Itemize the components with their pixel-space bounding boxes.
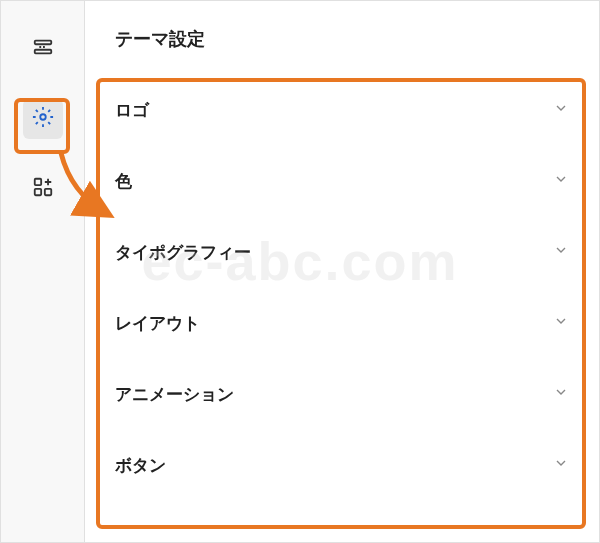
svg-rect-0 [34, 41, 51, 45]
settings-item-animation[interactable]: アニメーション [85, 359, 599, 430]
sections-icon [32, 36, 54, 62]
settings-item-typography[interactable]: タイポグラフィー [85, 217, 599, 288]
chevron-down-icon [553, 242, 569, 263]
settings-item-button[interactable]: ボタン [85, 430, 599, 501]
sidebar-item-sections[interactable] [23, 29, 63, 69]
gear-icon [32, 106, 54, 132]
page-title: テーマ設定 [85, 1, 599, 75]
settings-list: ロゴ 色 タイポグラフィー レイアウト [85, 75, 599, 542]
sidebar [1, 1, 85, 542]
settings-item-layout[interactable]: レイアウト [85, 288, 599, 359]
chevron-down-icon [553, 100, 569, 121]
settings-item-color[interactable]: 色 [85, 146, 599, 217]
settings-item-label: ボタン [115, 454, 166, 477]
svg-rect-4 [34, 189, 40, 195]
settings-item-logo[interactable]: ロゴ [85, 75, 599, 146]
chevron-down-icon [553, 313, 569, 334]
settings-item-label: 色 [115, 170, 132, 193]
settings-item-label: タイポグラフィー [115, 241, 251, 264]
svg-rect-5 [44, 189, 50, 195]
chevron-down-icon [553, 455, 569, 476]
chevron-down-icon [553, 384, 569, 405]
add-block-icon [32, 176, 54, 202]
svg-rect-3 [34, 179, 40, 185]
settings-item-label: レイアウト [115, 312, 200, 335]
settings-item-label: ロゴ [115, 99, 149, 122]
settings-item-label: アニメーション [115, 383, 234, 406]
main-panel: テーマ設定 ロゴ 色 タイポグラフィー レイアウト [85, 1, 599, 542]
chevron-down-icon [553, 171, 569, 192]
sidebar-item-add-block[interactable] [23, 169, 63, 209]
sidebar-item-settings[interactable] [23, 99, 63, 139]
svg-point-2 [40, 114, 46, 120]
svg-rect-1 [34, 50, 51, 54]
